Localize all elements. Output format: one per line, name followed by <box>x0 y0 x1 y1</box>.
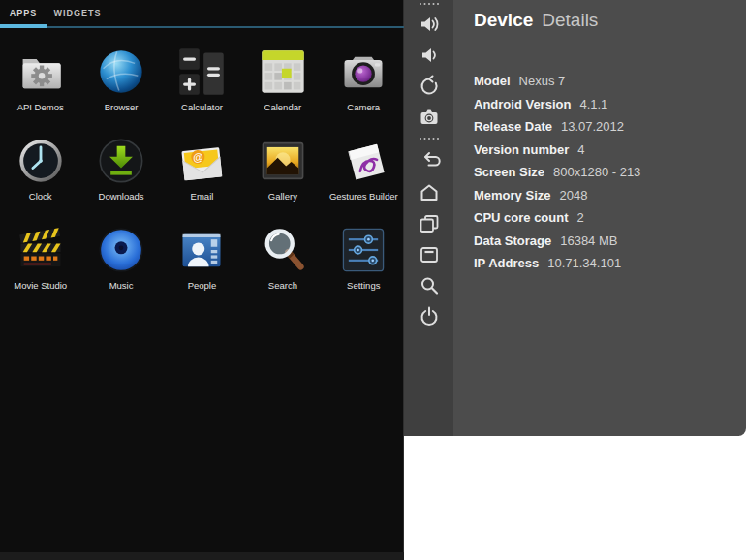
app-camera[interactable]: Camera <box>324 39 404 128</box>
detail-row-ip-address: IP Address10.71.34.101 <box>474 252 736 275</box>
gestures-builder-icon <box>338 136 389 186</box>
tab-underline <box>0 26 404 28</box>
detail-row-cpu-core-count: CPU core count2 <box>474 206 736 230</box>
app-grid: API Demos Browser <box>0 39 404 306</box>
detail-row-android-version: Android Version4.1.1 <box>474 93 736 116</box>
app-label: Camera <box>347 102 380 112</box>
detail-row-screen-size: Screen Size800x1280 - 213 <box>474 161 736 184</box>
drag-dots-icon[interactable] <box>418 0 441 8</box>
detail-row-memory-size: Memory Size2048 <box>474 184 736 207</box>
app-downloads[interactable]: Downloads <box>80 128 161 217</box>
emulator-toolbar <box>404 0 453 436</box>
tab-widgets[interactable]: WIDGETS <box>47 0 109 25</box>
app-label: People <box>188 280 217 291</box>
detail-rows: ModelNexus 7 Android Version4.1.1 Releas… <box>474 70 736 275</box>
app-label: Music <box>109 280 134 291</box>
device-details-panel: DeviceDetails ModelNexus 7 Android Versi… <box>404 0 746 436</box>
panel-title-secondary: Details <box>542 10 598 30</box>
active-tab-indicator <box>0 24 47 28</box>
app-label: Calculator <box>181 102 223 112</box>
recents-icon[interactable] <box>418 212 441 235</box>
volume-down-icon[interactable] <box>418 44 441 67</box>
calendar-icon <box>258 47 308 97</box>
api-demos-icon <box>16 47 66 97</box>
app-movie-studio[interactable]: Movie Studio <box>0 217 80 306</box>
calculator-icon <box>176 47 227 97</box>
app-label: Calendar <box>264 102 302 112</box>
app-label: Browser <box>105 102 139 112</box>
app-gestures-builder[interactable]: Gestures Builder <box>324 128 404 217</box>
app-calendar[interactable]: Calendar <box>242 39 323 128</box>
clock-icon <box>16 136 66 186</box>
drag-dots-icon[interactable] <box>418 135 441 142</box>
app-api-demos[interactable]: API Demos <box>0 39 80 128</box>
panel-title-primary: Device <box>474 10 533 30</box>
device-details: DeviceDetails ModelNexus 7 Android Versi… <box>453 0 746 436</box>
app-label: Gallery <box>268 191 297 202</box>
app-browser[interactable]: Browser <box>80 39 161 128</box>
screenshot-camera-icon[interactable] <box>418 106 441 129</box>
app-label: Downloads <box>99 191 144 202</box>
gallery-icon <box>258 136 308 186</box>
music-icon <box>96 225 146 275</box>
search-icon[interactable] <box>418 274 441 297</box>
app-calculator[interactable]: Calculator <box>162 39 242 128</box>
downloads-icon <box>96 136 146 186</box>
browser-icon <box>96 47 146 97</box>
volume-up-icon[interactable] <box>418 13 441 36</box>
navigation-bar <box>0 552 404 560</box>
search-app-icon <box>258 225 308 275</box>
email-icon: @ <box>176 136 227 186</box>
android-screen: APPS WIDGETS API Demos <box>0 0 404 560</box>
app-label: Search <box>268 280 297 291</box>
back-icon[interactable] <box>418 149 441 172</box>
app-music[interactable]: Music <box>80 217 161 306</box>
detail-row-version-number: Version number4 <box>474 139 736 162</box>
app-clock[interactable]: Clock <box>0 128 80 217</box>
movie-studio-icon <box>16 225 66 275</box>
home-icon[interactable] <box>418 181 441 204</box>
power-icon[interactable] <box>418 305 441 328</box>
detail-row-data-storage: Data Storage16384 MB <box>474 230 736 253</box>
rotate-icon[interactable] <box>418 75 441 98</box>
app-label: Gestures Builder <box>329 191 398 202</box>
svg-text:@: @ <box>193 150 204 163</box>
genymotion-emulator-window: APPS WIDGETS API Demos <box>0 0 746 560</box>
app-search[interactable]: Search <box>242 217 323 306</box>
app-label: Clock <box>29 191 52 202</box>
app-label: Movie Studio <box>14 280 67 291</box>
app-label: API Demos <box>17 102 64 112</box>
app-email[interactable]: @ Email <box>162 128 242 217</box>
app-label: Email <box>191 191 214 202</box>
panel-title: DeviceDetails <box>474 10 598 31</box>
people-icon <box>176 225 227 275</box>
app-people[interactable]: People <box>162 217 242 306</box>
camera-icon <box>338 47 389 97</box>
tab-apps[interactable]: APPS <box>0 0 47 25</box>
app-gallery[interactable]: Gallery <box>242 128 323 217</box>
app-label: Settings <box>347 280 380 291</box>
app-drawer-tabbar: APPS WIDGETS <box>0 0 404 29</box>
menu-icon[interactable] <box>418 243 441 266</box>
detail-row-release-date: Release Date13.07.2012 <box>474 115 736 139</box>
settings-icon <box>338 225 389 275</box>
detail-row-model: ModelNexus 7 <box>474 70 736 93</box>
app-settings[interactable]: Settings <box>324 217 404 306</box>
